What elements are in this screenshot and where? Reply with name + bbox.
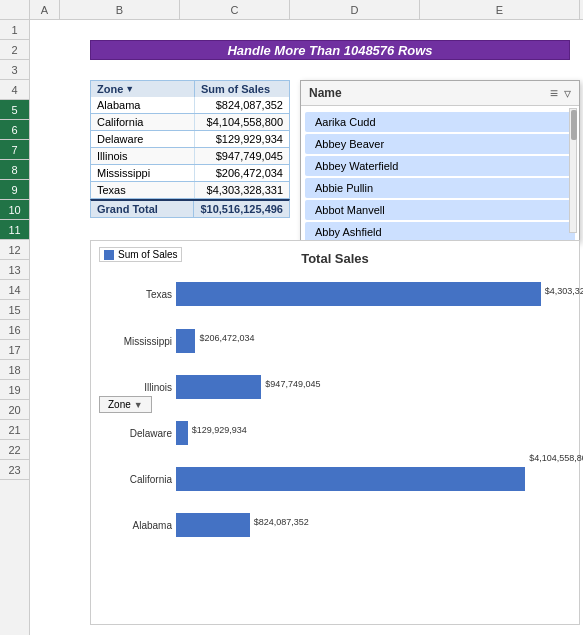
col-b: B <box>60 0 180 19</box>
zone-filter-button[interactable]: Zone ▼ <box>99 396 152 413</box>
pivot-sales-cell: $4,303,328,331 <box>195 182 289 198</box>
pivot-table: Zone ▼ Sum of Sales Alabama $824,087,352… <box>90 80 290 218</box>
row-numbers: 1 2 3 4 5 6 7 8 9 10 11 12 13 14 15 16 1… <box>0 20 30 635</box>
filter-item-3[interactable]: Abbie Pullin <box>305 178 575 198</box>
filter-title: Name <box>309 86 342 100</box>
chart-legend-item: Sum of Sales <box>99 247 182 262</box>
filter-list-icon[interactable]: ≡ <box>550 85 558 101</box>
pivot-zone-cell: Alabama <box>91 97 195 113</box>
row-17: 17 <box>0 340 29 360</box>
bar-value-alabama: $824,087,352 <box>254 517 309 527</box>
bar-row-california: California $4,104,558,800 <box>176 456 564 502</box>
pivot-sales-cell: $4,104,558,800 <box>195 114 289 130</box>
bar-row-delaware: Delaware $129,929,934 <box>176 410 564 456</box>
row-15: 15 <box>0 300 29 320</box>
bar-row-alabama: Alabama $824,087,352 <box>176 502 564 548</box>
chart-legend: Sum of Sales <box>99 247 182 262</box>
row-7: 7 <box>0 140 29 160</box>
bar-track-delaware: $129,929,934 <box>176 421 564 445</box>
bar-label-delaware: Delaware <box>98 428 172 439</box>
pivot-sales-cell: $206,472,034 <box>195 165 289 181</box>
pivot-sales-cell: $824,087,352 <box>195 97 289 113</box>
pivot-zone-cell: Delaware <box>91 131 195 147</box>
bar-fill-illinois <box>176 375 261 399</box>
bar-fill-california <box>176 467 525 491</box>
pivot-zone-cell: Mississippi <box>91 165 195 181</box>
bar-value-delaware: $129,929,934 <box>192 425 247 435</box>
zone-dropdown-arrow: ▼ <box>134 400 143 410</box>
bar-label-illinois: Illinois <box>98 382 172 393</box>
filter-item-4[interactable]: Abbot Manvell <box>305 200 575 220</box>
pivot-data-row: Illinois $947,749,045 <box>90 148 290 165</box>
filter-item-2[interactable]: Abbey Waterfield <box>305 156 575 176</box>
title-banner: Handle More Than 1048576 Rows <box>90 40 570 60</box>
bar-track-texas: $4,303,328,331 <box>176 282 564 306</box>
pivot-sales-cell: $947,749,045 <box>195 148 289 164</box>
row-1: 1 <box>0 20 29 40</box>
row-23: 23 <box>0 460 29 480</box>
col-c: C <box>180 0 290 19</box>
row-9: 9 <box>0 180 29 200</box>
pivot-data-row: Alabama $824,087,352 <box>90 97 290 114</box>
filter-item-0[interactable]: Aarika Cudd <box>305 112 575 132</box>
column-headers: A B C D E <box>0 0 583 20</box>
filter-header: Name ≡ ▿ <box>301 81 579 106</box>
filter-item-5[interactable]: Abby Ashfield <box>305 222 575 241</box>
bar-value-mississippi: $206,472,034 <box>199 333 254 343</box>
col-e: E <box>420 0 580 19</box>
col-a: A <box>30 0 60 19</box>
filter-scrollbar[interactable] <box>569 108 577 233</box>
row-6: 6 <box>0 120 29 140</box>
pivot-data-row: Mississippi $206,472,034 <box>90 165 290 182</box>
bar-fill-mississippi <box>176 329 195 353</box>
filter-item-1[interactable]: Abbey Beaver <box>305 134 575 154</box>
row-11: 11 <box>0 220 29 240</box>
bar-label-mississippi: Mississippi <box>98 336 172 347</box>
row-5: 5 <box>0 100 29 120</box>
pivot-total-label: Grand Total <box>91 201 194 217</box>
row-10: 10 <box>0 200 29 220</box>
bar-track-mississippi: $206,472,034 <box>176 329 564 353</box>
bar-track-california: $4,104,558,800 <box>176 467 564 491</box>
bar-fill-texas <box>176 282 541 306</box>
row-13: 13 <box>0 260 29 280</box>
filter-scrollbar-thumb[interactable] <box>571 110 577 140</box>
row-22: 22 <box>0 440 29 460</box>
row-16: 16 <box>0 320 29 340</box>
bar-value-illinois: $947,749,045 <box>265 379 320 389</box>
col-d: D <box>290 0 420 19</box>
pivot-zone-cell: Illinois <box>91 148 195 164</box>
bar-label-california: California <box>98 474 172 485</box>
filter-dropdown-icon[interactable]: ▼ <box>125 84 134 94</box>
row-21: 21 <box>0 420 29 440</box>
pivot-data-row: California $4,104,558,800 <box>90 114 290 131</box>
bar-row-texas: Texas $4,303,328,331 <box>176 270 564 318</box>
row-20: 20 <box>0 400 29 420</box>
bar-label-alabama: Alabama <box>98 520 172 531</box>
pivot-zone-header: Zone ▼ <box>91 81 195 97</box>
title-text: Handle More Than 1048576 Rows <box>227 43 432 58</box>
row-12: 12 <box>0 240 29 260</box>
pivot-data-row: Delaware $129,929,934 <box>90 131 290 148</box>
bar-chart: Texas $4,303,328,331 Mississippi $206,47… <box>176 270 564 570</box>
pivot-sales-header: Sum of Sales <box>195 81 289 97</box>
chart-area: Sum of Sales Zone ▼ Total Sales Texas <box>90 240 580 625</box>
grid-body: 1 2 3 4 5 6 7 8 9 10 11 12 13 14 15 16 1… <box>0 20 583 635</box>
grid-content: Handle More Than 1048576 Rows Zone ▼ Sum… <box>30 20 583 635</box>
zone-button-label: Zone <box>108 399 131 410</box>
pivot-data-row: Texas $4,303,328,331 <box>90 182 290 199</box>
pivot-total-value: $10,516,125,496 <box>194 201 289 217</box>
legend-color <box>104 250 114 260</box>
row-18: 18 <box>0 360 29 380</box>
filter-list: Aarika Cudd Abbey Beaver Abbey Waterfiel… <box>301 106 579 241</box>
bar-label-texas: Texas <box>98 289 172 300</box>
bar-value-texas: $4,303,328,331 <box>545 286 583 296</box>
filter-dropdown-box[interactable]: Name ≡ ▿ Aarika Cudd Abbey Beaver Abbey … <box>300 80 580 242</box>
filter-clear-icon[interactable]: ▿ <box>564 85 571 101</box>
legend-label: Sum of Sales <box>118 249 177 260</box>
bar-row-illinois: Illinois $947,749,045 <box>176 364 564 410</box>
bar-fill-alabama <box>176 513 250 537</box>
bar-row-mississippi: Mississippi $206,472,034 <box>176 318 564 364</box>
pivot-sales-cell: $129,929,934 <box>195 131 289 147</box>
pivot-header: Zone ▼ Sum of Sales <box>90 80 290 97</box>
